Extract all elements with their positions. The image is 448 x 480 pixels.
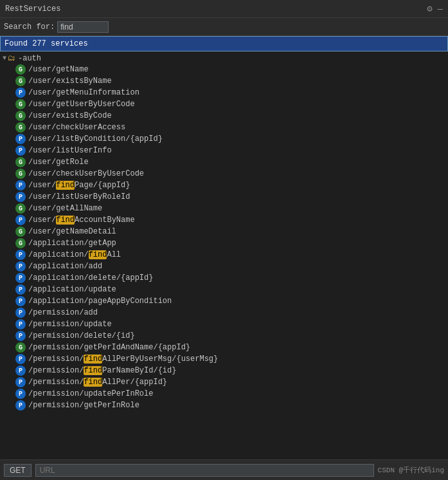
service-path: /user/getRole (28, 158, 89, 167)
list-item[interactable]: P/application/pageAppByCondition (0, 295, 448, 307)
method-badge: P (15, 296, 26, 306)
service-path: /user/findPage/{appId} (28, 181, 130, 190)
service-path: /user/checkUserAccess (28, 123, 125, 132)
service-path: /permission/getPerIdAndName/{appId} (28, 343, 190, 352)
root-label: -auth (18, 54, 41, 63)
method-badge: P (15, 273, 26, 283)
service-path: /application/findAll (28, 250, 121, 259)
service-path: /application/getApp (28, 239, 116, 248)
method-badge: G (15, 111, 26, 121)
list-item[interactable]: G/user/getAllName (0, 203, 448, 214)
list-item[interactable]: P/application/findAll (0, 249, 448, 261)
service-path: /application/pageAppByCondition (28, 297, 172, 306)
bottom-bar: GET CSDN @千行代码ing (0, 459, 448, 480)
service-path: /permission/delete/{id} (28, 331, 135, 340)
method-badge: P (15, 261, 26, 272)
title-bar: RestServices ⚙ — (0, 0, 448, 18)
list-item[interactable]: P/application/delete/{appId} (0, 272, 448, 284)
method-badge: G (15, 76, 26, 86)
service-path: /application/add (28, 262, 102, 271)
service-path: /permission/update (28, 320, 112, 329)
list-item[interactable]: G/user/checkUserByUserCode (0, 168, 448, 180)
method-badge: P (15, 284, 26, 295)
service-path: /user/getName (28, 65, 89, 74)
list-item[interactable]: P/permission/updatePerInRole (0, 388, 448, 400)
list-item[interactable]: P/permission/findParNameById/{id} (0, 365, 448, 376)
service-path: /user/existsByCode (28, 111, 112, 120)
list-item[interactable]: G/user/existsByCode (0, 110, 448, 122)
method-badge: P (15, 354, 26, 364)
list-item[interactable]: P/user/listUserByRoleId (0, 191, 448, 203)
tree-container: ▼ 🗂 -auth G/user/getNameG/user/existsByN… (0, 51, 448, 459)
list-item[interactable]: P/user/getMenuInformation (0, 87, 448, 98)
list-item[interactable]: P/user/findPage/{appId} (0, 180, 448, 191)
list-item[interactable]: G/user/getName (0, 64, 448, 75)
method-badge: G (15, 99, 26, 109)
method-badge: G (15, 342, 26, 353)
found-bar: Found 277 services (0, 36, 448, 51)
folder-icon: 🗂 (8, 53, 15, 63)
method-badge: G (15, 157, 26, 167)
list-item[interactable]: G/permission/getPerIdAndName/{appId} (0, 342, 448, 353)
service-path: /user/listUserByRoleId (28, 192, 130, 201)
method-badge: P (15, 389, 26, 399)
method-badge: P (15, 400, 26, 411)
list-item[interactable]: G/user/getNameDetail (0, 226, 448, 237)
list-item[interactable]: G/user/getUserByUserCode (0, 98, 448, 110)
gear-icon[interactable]: ⚙ (427, 3, 432, 14)
method-badge: P (15, 377, 26, 387)
list-item[interactable]: P/application/add (0, 261, 448, 272)
method-badge: G (15, 238, 26, 248)
service-path: /user/getUserByUserCode (28, 100, 135, 109)
list-item[interactable]: P/permission/findAllPer/{appId} (0, 376, 448, 388)
service-path: /user/listByCondition/{appId} (28, 134, 163, 143)
service-path: /user/getNameDetail (28, 227, 116, 236)
service-path: /user/getMenuInformation (28, 88, 139, 97)
method-badge: P (15, 192, 26, 202)
list-item[interactable]: P/permission/delete/{id} (0, 330, 448, 342)
method-badge: P (15, 250, 26, 260)
method-badge: P (15, 145, 26, 156)
service-path: /permission/getPerInRole (28, 401, 139, 410)
list-item[interactable]: P/permission/findAllPerByUserMsg/{userMs… (0, 353, 448, 365)
list-item[interactable]: G/user/existsByName (0, 75, 448, 87)
method-badge: P (15, 331, 26, 341)
list-item[interactable]: P/application/update (0, 284, 448, 295)
list-item[interactable]: P/user/listUserInfo (0, 145, 448, 156)
service-path: /permission/updatePerInRole (28, 389, 153, 398)
list-item[interactable]: P/permission/update (0, 318, 448, 330)
app-title: RestServices (5, 5, 60, 14)
list-item[interactable]: P/user/findAccountByName (0, 214, 448, 226)
service-path: /permission/findAllPerByUserMsg/{userMsg… (28, 355, 218, 364)
method-badge: P (15, 134, 26, 144)
tree-root-item[interactable]: ▼ 🗂 -auth (0, 53, 448, 64)
method-badge: G (15, 203, 26, 214)
search-input[interactable] (57, 21, 109, 33)
list-item[interactable]: G/user/getRole (0, 156, 448, 168)
method-badge: G (15, 64, 26, 75)
service-path: /application/delete/{appId} (28, 273, 153, 282)
service-path: /permission/findParNameById/{id} (28, 366, 176, 375)
list-item[interactable]: G/user/checkUserAccess (0, 122, 448, 133)
get-button[interactable]: GET (4, 464, 31, 477)
method-badge: P (15, 308, 26, 318)
bottom-right-text: CSDN @千行代码ing (378, 465, 444, 475)
search-label: Search for: (4, 23, 55, 32)
list-item[interactable]: P/permission/add (0, 307, 448, 318)
method-badge: P (15, 215, 26, 225)
method-badge: P (15, 319, 26, 329)
list-item[interactable]: P/permission/getPerInRole (0, 400, 448, 411)
service-path: /user/findAccountByName (28, 216, 135, 225)
method-badge: G (15, 226, 26, 237)
minus-icon[interactable]: — (438, 4, 443, 14)
url-input[interactable] (35, 464, 374, 477)
method-badge: P (15, 365, 26, 376)
expand-icon: ▼ (3, 55, 6, 62)
method-badge: G (15, 169, 26, 179)
method-badge: P (15, 88, 26, 98)
service-path: /permission/add (28, 308, 98, 317)
service-path: /application/update (28, 285, 116, 294)
list-item[interactable]: G/application/getApp (0, 237, 448, 249)
list-item[interactable]: P/user/listByCondition/{appId} (0, 133, 448, 145)
method-badge: G (15, 122, 26, 133)
